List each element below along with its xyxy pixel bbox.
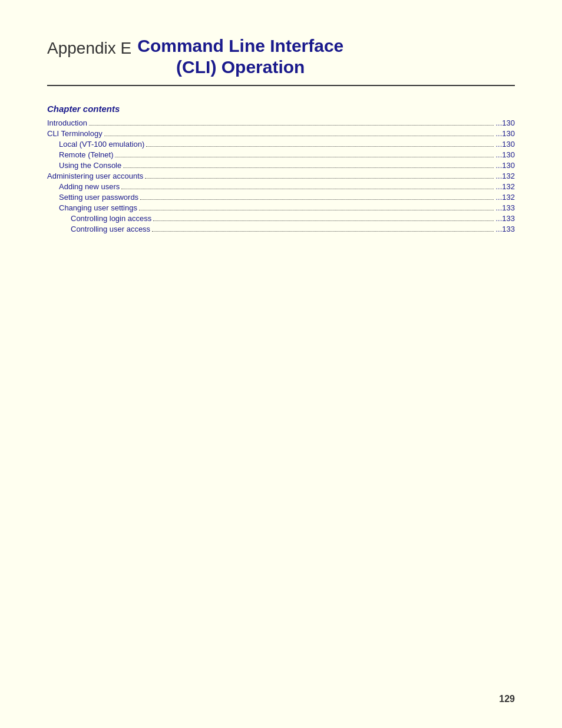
toc-link-controlling-user-access[interactable]: Controlling user access <box>71 225 150 233</box>
toc-link-setting-user-passwords[interactable]: Setting user passwords <box>59 193 138 202</box>
toc-page-number: ...130 <box>495 129 515 138</box>
toc-dots <box>104 136 494 136</box>
toc-page-number: ...132 <box>495 182 515 191</box>
chapter-contents-label: Chapter contents <box>47 104 515 114</box>
toc-dots <box>140 199 494 200</box>
toc-entry[interactable]: Controlling login access...133 <box>47 214 515 223</box>
toc-page-number: ...132 <box>495 193 515 202</box>
toc-link-introduction[interactable]: Introduction <box>47 118 87 127</box>
toc-dots <box>123 167 494 168</box>
toc-container: Introduction...130CLI Terminology...130L… <box>47 118 515 233</box>
appendix-label: Appendix E <box>47 35 131 58</box>
toc-link-changing-user-settings[interactable]: Changing user settings <box>59 203 137 212</box>
toc-page-number: ...133 <box>495 214 515 223</box>
toc-dots <box>146 146 494 147</box>
toc-entry[interactable]: Controlling user access...133 <box>47 225 515 233</box>
toc-entry[interactable]: Local (VT-100 emulation)...130 <box>47 140 515 149</box>
title-block: Appendix E Command Line Interface (CLI) … <box>47 35 515 86</box>
toc-dots <box>153 220 494 221</box>
toc-entry[interactable]: Administering user accounts...132 <box>47 172 515 180</box>
toc-link-cli-terminology[interactable]: CLI Terminology <box>47 129 103 138</box>
toc-entry[interactable]: Adding new users...132 <box>47 182 515 191</box>
toc-dots <box>89 125 494 126</box>
toc-entry[interactable]: CLI Terminology...130 <box>47 129 515 138</box>
toc-page-number: ...130 <box>495 161 515 170</box>
toc-link-using-console[interactable]: Using the Console <box>59 161 121 170</box>
toc-link-controlling-login-access[interactable]: Controlling login access <box>71 214 151 223</box>
toc-page-number: ...130 <box>495 118 515 127</box>
toc-entry[interactable]: Using the Console...130 <box>47 161 515 170</box>
toc-page-number: ...132 <box>495 172 515 180</box>
title-line2: (CLI) Operation <box>176 57 305 77</box>
chapter-contents-section: Chapter contents Introduction...130CLI T… <box>47 104 515 233</box>
toc-link-administering-user-accounts[interactable]: Administering user accounts <box>47 172 143 180</box>
toc-entry[interactable]: Introduction...130 <box>47 118 515 127</box>
toc-link-remote-telnet[interactable]: Remote (Telnet) <box>59 150 113 159</box>
toc-dots <box>139 210 494 210</box>
toc-dots <box>115 157 494 157</box>
page-number-footer: 129 <box>499 694 515 704</box>
toc-page-number: ...133 <box>495 203 515 212</box>
toc-page-number: ...130 <box>495 150 515 159</box>
toc-link-local-vt100[interactable]: Local (VT-100 emulation) <box>59 140 144 149</box>
toc-entry[interactable]: Setting user passwords...132 <box>47 193 515 202</box>
toc-dots <box>121 189 494 189</box>
toc-entry[interactable]: Remote (Telnet)...130 <box>47 150 515 159</box>
toc-dots <box>152 231 494 232</box>
page: Appendix E Command Line Interface (CLI) … <box>0 0 562 728</box>
title-line1: Command Line Interface <box>137 36 343 55</box>
page-title: Command Line Interface (CLI) Operation <box>137 35 343 78</box>
toc-page-number: ...133 <box>495 225 515 233</box>
toc-entry[interactable]: Changing user settings...133 <box>47 203 515 212</box>
toc-page-number: ...130 <box>495 140 515 149</box>
toc-dots <box>145 178 494 179</box>
toc-link-adding-new-users[interactable]: Adding new users <box>59 182 120 191</box>
